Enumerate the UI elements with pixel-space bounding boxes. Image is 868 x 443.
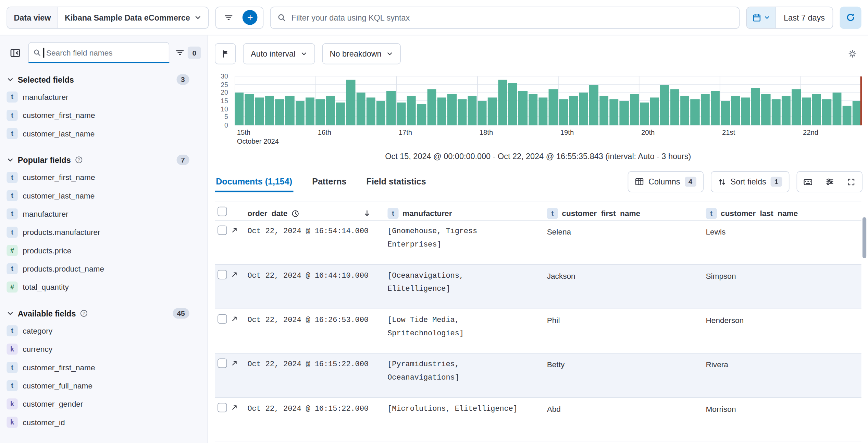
documents-table: order_datetmanufacturertcustomer_first_n…	[215, 202, 861, 442]
field-filter-button[interactable]: 0	[174, 47, 202, 59]
field-item[interactable]: t customer_full_name	[7, 376, 189, 394]
help-icon[interactable]: ?	[75, 156, 83, 164]
histogram-bar	[387, 91, 396, 125]
field-item[interactable]: t products.manufacturer	[7, 223, 189, 241]
expand-row-button[interactable]	[231, 359, 238, 367]
field-item[interactable]: # total_quantity	[7, 278, 189, 296]
histogram-bar	[488, 98, 497, 125]
filter-button[interactable]	[220, 8, 238, 27]
help-icon[interactable]: ?	[80, 309, 88, 318]
section-toggle[interactable]: Available fields	[7, 309, 76, 318]
section-label: Popular fields	[18, 155, 71, 164]
cell-customer-first-name[interactable]: Betty	[547, 354, 706, 397]
field-item[interactable]: k currency	[7, 340, 189, 358]
interval-label: Auto interval	[251, 49, 295, 58]
cell-customer-last-name[interactable]: Henderson	[706, 309, 861, 353]
field-item[interactable]: t manufacturer	[7, 87, 189, 106]
field-item[interactable]: t customer_first_name	[7, 106, 189, 124]
section-toggle[interactable]: Selected fields	[7, 75, 74, 84]
field-item[interactable]: t products.product_name	[7, 259, 189, 277]
date-quick-select-button[interactable]	[747, 7, 776, 28]
column-name: manufacturer	[402, 207, 452, 220]
edit-visualization-button[interactable]	[215, 43, 236, 64]
add-filter-button[interactable]: +	[243, 10, 258, 25]
discover-main: Auto interval No breakdown	[208, 35, 868, 443]
cell-customer-first-name[interactable]: Jackson	[547, 265, 706, 309]
keyboard-shortcuts-button[interactable]	[797, 172, 819, 192]
tab-field-statistics[interactable]: Field statistics	[365, 171, 427, 192]
cell-order-date[interactable]: Oct 22, 2024 @ 16:15:22.000	[247, 398, 387, 442]
field-item[interactable]: t customer_first_name	[7, 168, 189, 186]
field-item[interactable]: # products.price	[7, 241, 189, 259]
field-item[interactable]: k customer_gender	[7, 395, 189, 413]
expand-row-button[interactable]	[231, 226, 238, 234]
histogram-bars	[235, 76, 861, 125]
field-search-input[interactable]	[46, 48, 164, 57]
cell-customer-last-name[interactable]: Rivera	[706, 354, 861, 397]
cell-manufacturer[interactable]: [Microlutions, Elitelligence]	[387, 398, 547, 442]
breakdown-dropdown[interactable]: No breakdown	[322, 43, 401, 64]
field-item[interactable]: t customer_first_name	[7, 358, 189, 376]
kql-search-bar	[270, 7, 740, 29]
data-view-button[interactable]: Kibana Sample Data eCommerce	[58, 7, 209, 28]
sort-descending-icon[interactable]	[363, 209, 371, 217]
column-header-manufacturer[interactable]: tmanufacturer	[387, 202, 547, 220]
expand-row-button[interactable]	[231, 314, 238, 322]
field-name: products.manufacturer	[23, 227, 100, 236]
cell-customer-first-name[interactable]: Selena	[547, 220, 706, 264]
expand-row-button[interactable]	[231, 403, 238, 411]
fullscreen-button[interactable]	[840, 172, 862, 192]
section-toggle[interactable]: Popular fields	[7, 155, 71, 164]
histogram-bar	[346, 80, 355, 125]
cell-customer-first-name[interactable]: Phil	[547, 309, 706, 353]
cell-order-date[interactable]: Oct 22, 2024 @ 16:44:10.000	[247, 265, 387, 309]
select-all-checkbox[interactable]	[218, 206, 227, 216]
chart-options-button[interactable]	[844, 45, 861, 63]
chevron-down-icon	[300, 50, 307, 57]
cell-manufacturer[interactable]: [Pyramidustries, Oceanavigations]	[387, 354, 547, 397]
field-item[interactable]: t customer_last_name	[7, 124, 189, 142]
cell-manufacturer[interactable]: [Gnomehouse, Tigress Enterprises]	[387, 220, 547, 264]
chevron-down-icon	[195, 14, 202, 21]
tab-documents[interactable]: Documents (1,154)	[215, 171, 293, 192]
field-type-icon: t	[7, 171, 17, 182]
collapse-sidebar-button[interactable]	[7, 44, 23, 61]
scrollbar-thumb[interactable]	[863, 217, 866, 258]
kql-search-input[interactable]	[292, 13, 732, 22]
display-options-button[interactable]	[819, 172, 840, 192]
cell-customer-first-name[interactable]: Abd	[547, 398, 706, 442]
row-checkbox[interactable]	[218, 270, 227, 279]
histogram-bar	[326, 96, 335, 125]
row-checkbox[interactable]	[218, 226, 227, 235]
row-checkbox[interactable]	[218, 403, 227, 412]
row-checkbox[interactable]	[218, 314, 227, 323]
interval-dropdown[interactable]: Auto interval	[243, 43, 314, 64]
column-header-order_date[interactable]: order_date	[247, 202, 387, 220]
cell-customer-last-name[interactable]: Morrison	[706, 398, 861, 442]
column-header-customer_last_name[interactable]: tcustomer_last_name	[706, 202, 861, 220]
cell-order-date[interactable]: Oct 22, 2024 @ 16:26:53.000	[247, 309, 387, 353]
cell-customer-last-name[interactable]: Lewis	[706, 220, 861, 264]
tab-patterns[interactable]: Patterns	[311, 171, 348, 192]
refresh-button[interactable]	[840, 7, 861, 29]
field-item[interactable]: t customer_last_name	[7, 186, 189, 204]
cell-order-date[interactable]: Oct 22, 2024 @ 16:54:14.000	[247, 220, 387, 264]
sort-fields-label: Sort fields	[731, 177, 766, 186]
histogram-bar	[417, 104, 426, 125]
cell-manufacturer[interactable]: [Low Tide Media, Spritechnologies]	[387, 309, 547, 353]
cell-customer-last-name[interactable]: Simpson	[706, 265, 861, 309]
field-item[interactable]: k customer_id	[7, 413, 189, 431]
histogram-bar	[630, 94, 638, 125]
column-header-customer_first_name[interactable]: tcustomer_first_name	[547, 202, 706, 220]
cell-order-date[interactable]: Oct 22, 2024 @ 16:15:22.000	[247, 354, 387, 397]
sort-fields-button[interactable]: Sort fields 1	[710, 171, 789, 192]
row-checkbox[interactable]	[218, 359, 227, 368]
field-item[interactable]: t category	[7, 321, 189, 339]
columns-button[interactable]: Columns 4	[628, 171, 703, 192]
date-range-button[interactable]: Last 7 days	[776, 7, 832, 28]
cell-manufacturer[interactable]: [Oceanavigations, Elitelligence]	[387, 265, 547, 309]
expand-row-button[interactable]	[231, 270, 238, 278]
histogram-bar	[832, 93, 841, 125]
field-item[interactable]: t manufacturer	[7, 204, 189, 223]
chart-plot[interactable]	[235, 76, 861, 125]
